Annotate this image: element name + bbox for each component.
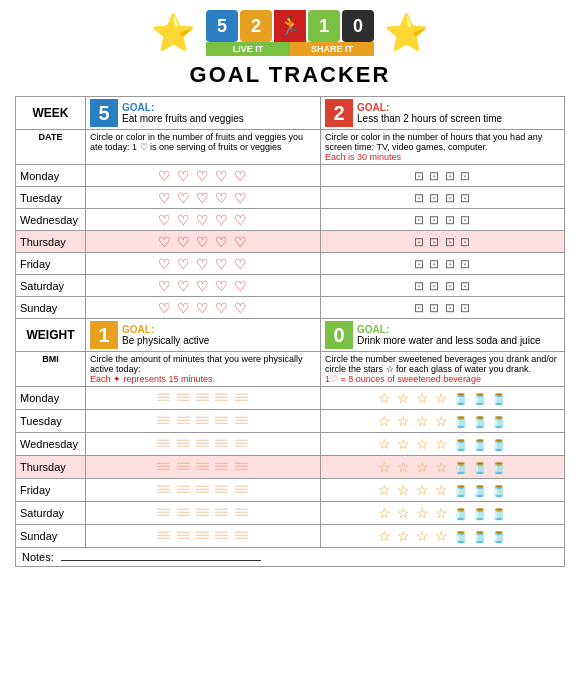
thursday-sticks: 𝄘 𝄘 𝄘 𝄘 𝄘 [86, 456, 321, 479]
thursday-apples: ♡ ♡ ♡ ♡ ♡ [86, 231, 321, 253]
table-row: Sunday 𝄘 𝄘 𝄘 𝄘 𝄘 ☆ ☆ ☆ ☆ 🫙 🫙 🫙 [16, 525, 565, 548]
goal2-number: 2 [325, 99, 353, 127]
table-row: Tuesday ♡ ♡ ♡ ♡ ♡ ⊡ ⊡ ⊡ ⊡ [16, 187, 565, 209]
tuesday-stars-water: ☆ ☆ ☆ ☆ 🫙 🫙 🫙 [321, 410, 565, 433]
day-thursday-2: Thursday [16, 456, 86, 479]
goal4-number: 0 [325, 321, 353, 349]
weight-goal-row: WEIGHT 1 GOAL: Be physically active 0 GO… [16, 319, 565, 352]
logo-1: 1 [308, 10, 340, 42]
tuesday-apples: ♡ ♡ ♡ ♡ ♡ [86, 187, 321, 209]
table-row: Tuesday 𝄘 𝄘 𝄘 𝄘 𝄘 ☆ ☆ ☆ ☆ 🫙 🫙 🫙 [16, 410, 565, 433]
goal-tracker-table: WEEK 5 GOAL: Eat more fruits and veggies… [15, 96, 565, 567]
day-thursday-1: Thursday [16, 231, 86, 253]
logo-5: 5 [206, 10, 238, 42]
notes-row: Notes: [16, 548, 565, 567]
friday-apples: ♡ ♡ ♡ ♡ ♡ [86, 253, 321, 275]
saturday-stars-water: ☆ ☆ ☆ ☆ 🫙 🫙 🫙 [321, 502, 565, 525]
table-row: Friday 𝄘 𝄘 𝄘 𝄘 𝄘 ☆ ☆ ☆ ☆ 🫙 🫙 🫙 [16, 479, 565, 502]
table-row: Thursday ♡ ♡ ♡ ♡ ♡ ⊡ ⊡ ⊡ ⊡ [16, 231, 565, 253]
date-row: DATE Circle or color in the number of fr… [16, 130, 565, 165]
logo-figure: 🏃 [274, 10, 306, 42]
table-row: Wednesday ♡ ♡ ♡ ♡ ♡ ⊡ ⊡ ⊡ ⊡ [16, 209, 565, 231]
sunday-apples: ♡ ♡ ♡ ♡ ♡ [86, 297, 321, 319]
page-title: GOAL TRACKER [15, 62, 565, 88]
goal1-cell: 5 GOAL: Eat more fruits and veggies [86, 97, 321, 130]
day-monday-2: Monday [16, 387, 86, 410]
thursday-stars-water: ☆ ☆ ☆ ☆ 🫙 🫙 🫙 [321, 456, 565, 479]
date-label: DATE [16, 130, 86, 165]
logo-live-it: LIVE IT [206, 42, 290, 56]
monday-monitors: ⊡ ⊡ ⊡ ⊡ [321, 165, 565, 187]
notes-cell: Notes: [16, 548, 565, 567]
bmi-row: BMI Circle the amount of minutes that yo… [16, 352, 565, 387]
table-row: Monday 𝄘 𝄘 𝄘 𝄘 𝄘 ☆ ☆ ☆ ☆ 🫙 🫙 🫙 [16, 387, 565, 410]
goal4-text: GOAL: Drink more water and less soda and… [357, 324, 540, 346]
sunday-sticks: 𝄘 𝄘 𝄘 𝄘 𝄘 [86, 525, 321, 548]
day-wednesday-1: Wednesday [16, 209, 86, 231]
tuesday-sticks: 𝄘 𝄘 𝄘 𝄘 𝄘 [86, 410, 321, 433]
goal1-number: 5 [90, 99, 118, 127]
bmi-desc1: Circle the amount of minutes that you we… [86, 352, 321, 387]
saturday-sticks: 𝄘 𝄘 𝄘 𝄘 𝄘 [86, 502, 321, 525]
wednesday-sticks: 𝄘 𝄘 𝄘 𝄘 𝄘 [86, 433, 321, 456]
bmi-label: BMI [16, 352, 86, 387]
bmi-desc2: Circle the number sweetened beverages yo… [321, 352, 565, 387]
thursday-monitors: ⊡ ⊡ ⊡ ⊡ [321, 231, 565, 253]
date-desc1: Circle or color in the number of fruits … [86, 130, 321, 165]
friday-stars-water: ☆ ☆ ☆ ☆ 🫙 🫙 🫙 [321, 479, 565, 502]
header: ⭐ 5 2 🏃 1 0 LIVE IT SHARE IT ⭐ [15, 10, 565, 56]
day-sunday-1: Sunday [16, 297, 86, 319]
table-row: Thursday 𝄘 𝄘 𝄘 𝄘 𝄘 ☆ ☆ ☆ ☆ 🫙 🫙 🫙 [16, 456, 565, 479]
day-saturday-2: Saturday [16, 502, 86, 525]
week-label: WEEK [16, 97, 86, 130]
wednesday-apples: ♡ ♡ ♡ ♡ ♡ [86, 209, 321, 231]
logo-2: 2 [240, 10, 272, 42]
goal1-text: GOAL: Eat more fruits and veggies [122, 102, 244, 124]
friday-monitors: ⊡ ⊡ ⊡ ⊡ [321, 253, 565, 275]
week-goal-row: WEEK 5 GOAL: Eat more fruits and veggies… [16, 97, 565, 130]
day-tuesday-2: Tuesday [16, 410, 86, 433]
tuesday-monitors: ⊡ ⊡ ⊡ ⊡ [321, 187, 565, 209]
day-monday-1: Monday [16, 165, 86, 187]
table-row: Monday ♡ ♡ ♡ ♡ ♡ ⊡ ⊡ ⊡ ⊡ [16, 165, 565, 187]
sunday-monitors: ⊡ ⊡ ⊡ ⊡ [321, 297, 565, 319]
star-left: ⭐ [151, 12, 196, 54]
date-desc2: Circle or color in the number of hours t… [321, 130, 565, 165]
monday-sticks: 𝄘 𝄘 𝄘 𝄘 𝄘 [86, 387, 321, 410]
day-saturday-1: Saturday [16, 275, 86, 297]
day-friday-1: Friday [16, 253, 86, 275]
monday-stars-water: ☆ ☆ ☆ ☆ 🫙 🫙 🫙 [321, 387, 565, 410]
goal3-cell: 1 GOAL: Be physically active [86, 319, 321, 352]
wednesday-monitors: ⊡ ⊡ ⊡ ⊡ [321, 209, 565, 231]
goal4-cell: 0 GOAL: Drink more water and less soda a… [321, 319, 565, 352]
notes-line [61, 560, 261, 561]
friday-sticks: 𝄘 𝄘 𝄘 𝄘 𝄘 [86, 479, 321, 502]
goal3-number: 1 [90, 321, 118, 349]
table-row: Saturday 𝄘 𝄘 𝄘 𝄘 𝄘 ☆ ☆ ☆ ☆ 🫙 🫙 🫙 [16, 502, 565, 525]
goal2-text: GOAL: Less than 2 hours of screen time [357, 102, 502, 124]
day-friday-2: Friday [16, 479, 86, 502]
table-row: Wednesday 𝄘 𝄘 𝄘 𝄘 𝄘 ☆ ☆ ☆ ☆ 🫙 🫙 🫙 [16, 433, 565, 456]
day-tuesday-1: Tuesday [16, 187, 86, 209]
goal2-cell: 2 GOAL: Less than 2 hours of screen time [321, 97, 565, 130]
star-right: ⭐ [384, 12, 429, 54]
sunday-stars-water: ☆ ☆ ☆ ☆ 🫙 🫙 🫙 [321, 525, 565, 548]
goal3-text: GOAL: Be physically active [122, 324, 209, 346]
saturday-monitors: ⊡ ⊡ ⊡ ⊡ [321, 275, 565, 297]
monday-apples: ♡ ♡ ♡ ♡ ♡ [86, 165, 321, 187]
table-row: Saturday ♡ ♡ ♡ ♡ ♡ ⊡ ⊡ ⊡ ⊡ [16, 275, 565, 297]
logo: 5 2 🏃 1 0 LIVE IT SHARE IT [206, 10, 374, 56]
weight-label: WEIGHT [16, 319, 86, 352]
logo-share-it: SHARE IT [290, 42, 374, 56]
table-row: Friday ♡ ♡ ♡ ♡ ♡ ⊡ ⊡ ⊡ ⊡ [16, 253, 565, 275]
day-sunday-2: Sunday [16, 525, 86, 548]
wednesday-stars-water: ☆ ☆ ☆ ☆ 🫙 🫙 🫙 [321, 433, 565, 456]
logo-0: 0 [342, 10, 374, 42]
day-wednesday-2: Wednesday [16, 433, 86, 456]
notes-label: Notes: [22, 551, 54, 563]
saturday-apples: ♡ ♡ ♡ ♡ ♡ [86, 275, 321, 297]
table-row: Sunday ♡ ♡ ♡ ♡ ♡ ⊡ ⊡ ⊡ ⊡ [16, 297, 565, 319]
